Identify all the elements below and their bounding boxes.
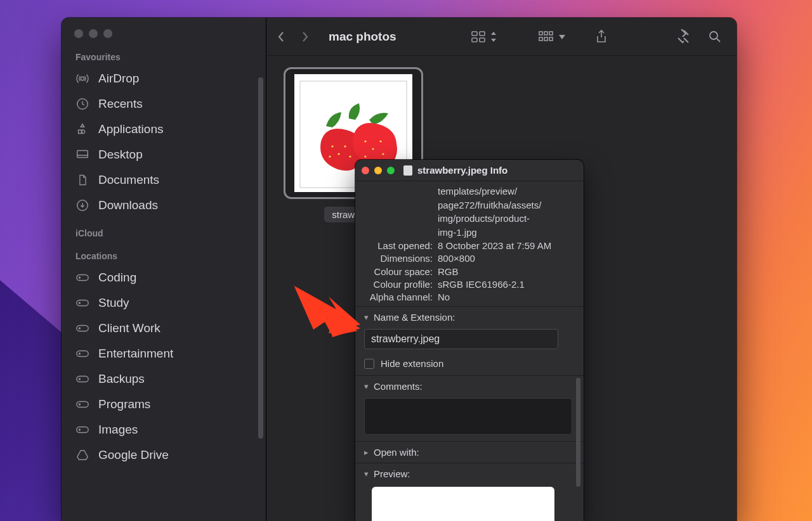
sidebar-item-documents[interactable]: Documents <box>62 167 266 193</box>
svg-rect-14 <box>77 401 88 407</box>
section-header-openwith[interactable]: ▸ Open with: <box>364 447 575 458</box>
info-max[interactable] <box>387 167 395 174</box>
section-name-extension: ▾ Name & Extension: Hide extension <box>355 306 584 375</box>
info-min[interactable] <box>374 167 382 174</box>
sidebar-item-programs[interactable]: Programs <box>62 392 266 417</box>
sidebar-item-label: Documents <box>98 173 159 187</box>
svg-point-11 <box>79 353 81 354</box>
sidebar-item-gdrive[interactable]: Google Drive <box>62 442 266 468</box>
section-header-comments[interactable]: ▾ Comments: <box>364 381 575 392</box>
sidebar-scrollbar[interactable] <box>258 77 263 439</box>
svg-point-7 <box>79 302 81 304</box>
desktop-icon <box>75 148 89 162</box>
chevron-down-icon: ▾ <box>364 469 369 479</box>
svg-point-0 <box>81 77 84 80</box>
svg-rect-21 <box>480 38 485 42</box>
sidebar-item-label: Programs <box>98 397 150 411</box>
sidebar-item-label: Recents <box>98 97 143 111</box>
sidebar-item-label: Coding <box>98 271 136 285</box>
hide-extension-label: Hide extension <box>381 358 443 369</box>
doc-icon <box>75 173 89 187</box>
apps-icon <box>75 122 89 136</box>
sidebar-item-clientwork[interactable]: Client Work <box>62 316 266 341</box>
svg-point-28 <box>710 32 717 39</box>
traffic-min[interactable] <box>89 29 98 38</box>
sidebar-item-images[interactable]: Images <box>62 417 266 442</box>
group-button[interactable] <box>539 31 565 42</box>
sidebar-item-recents[interactable]: Recents <box>62 91 266 117</box>
meta-path-line: img/products/product- <box>438 212 575 225</box>
v-colourspace: RGB <box>438 266 575 278</box>
drive-icon <box>75 349 89 358</box>
section-label: Comments: <box>374 381 422 392</box>
svg-rect-24 <box>549 32 553 35</box>
traffic-close[interactable] <box>74 29 83 38</box>
drive-icon <box>75 273 89 282</box>
sidebar-item-study[interactable]: Study <box>62 290 266 316</box>
sidebar-item-label: Applications <box>98 122 163 136</box>
sidebar-item-label: Backups <box>98 372 145 386</box>
sidebar-item-applications[interactable]: Applications <box>62 117 266 142</box>
svg-rect-18 <box>472 32 477 35</box>
section-header-preview[interactable]: ▾ Preview: <box>364 468 575 479</box>
v-dimensions: 800×800 <box>438 252 575 265</box>
sidebar-item-label: AirDrop <box>98 72 139 86</box>
svg-point-35 <box>349 155 351 157</box>
airdrop-icon <box>75 72 89 86</box>
sidebar-item-label: Downloads <box>98 198 158 212</box>
folder-title: mac photos <box>329 30 396 44</box>
info-titlebar[interactable]: strawberry.jpeg Info <box>355 160 584 181</box>
svg-rect-6 <box>77 300 88 306</box>
forward-button[interactable] <box>301 30 315 43</box>
svg-rect-27 <box>549 37 553 41</box>
chevron-down-icon: ▾ <box>364 312 369 322</box>
drive-icon <box>75 425 89 434</box>
section-label: Name & Extension: <box>374 312 455 323</box>
sidebar-item-backups[interactable]: Backups <box>62 366 266 392</box>
section-favourites: Favourites <box>62 52 266 66</box>
k-colourspace: Colour space: <box>364 266 433 278</box>
svg-rect-8 <box>77 325 88 331</box>
section-open-with: ▸ Open with: <box>355 441 584 463</box>
sidebar-item-desktop[interactable]: Desktop <box>62 142 266 167</box>
svg-rect-22 <box>539 32 542 35</box>
section-preview: ▾ Preview: <box>355 463 584 521</box>
name-input[interactable] <box>364 329 558 349</box>
sidebar-item-entertainment[interactable]: Entertainment <box>62 341 266 366</box>
share-button[interactable] <box>596 30 607 44</box>
back-button[interactable] <box>277 30 291 43</box>
sidebar-item-label: Entertainment <box>98 347 173 361</box>
finder-toolbar: mac photos <box>266 18 737 56</box>
svg-rect-19 <box>480 32 485 35</box>
svg-rect-23 <box>544 32 547 35</box>
comments-textarea[interactable] <box>364 398 572 435</box>
k-colourprofile: Colour profile: <box>364 278 433 291</box>
sidebar-item-downloads[interactable]: Downloads <box>62 193 266 218</box>
chevron-down-icon: ▾ <box>364 382 369 391</box>
svg-point-15 <box>79 404 81 405</box>
svg-point-31 <box>331 145 333 147</box>
svg-point-9 <box>79 328 81 329</box>
svg-rect-20 <box>472 38 477 42</box>
svg-point-13 <box>79 378 81 380</box>
finder-sidebar: Favourites AirDrop Recents Applications … <box>62 18 266 521</box>
view-mode-button[interactable] <box>471 31 497 42</box>
sidebar-item-coding[interactable]: Coding <box>62 265 266 290</box>
traffic-max[interactable] <box>103 29 112 38</box>
v-colourprofile: sRGB IEC61966-2.1 <box>438 278 575 291</box>
section-label: Preview: <box>374 468 410 479</box>
info-close[interactable] <box>362 167 369 174</box>
section-header-name-ext[interactable]: ▾ Name & Extension: <box>364 312 575 323</box>
window-controls <box>62 29 266 38</box>
svg-rect-26 <box>544 37 547 41</box>
sidebar-item-airdrop[interactable]: AirDrop <box>62 66 266 91</box>
info-title: strawberry.jpeg Info <box>417 165 508 176</box>
sidebar-item-label: Study <box>98 296 129 310</box>
chevron-right-icon: ▸ <box>364 447 369 457</box>
more-button[interactable] <box>677 29 691 44</box>
hide-extension-checkbox[interactable] <box>364 359 374 369</box>
search-button[interactable] <box>709 30 721 43</box>
k-dimensions: Dimensions: <box>364 252 433 265</box>
info-scrollbar[interactable] <box>576 378 580 487</box>
section-label: Open with: <box>374 447 419 458</box>
